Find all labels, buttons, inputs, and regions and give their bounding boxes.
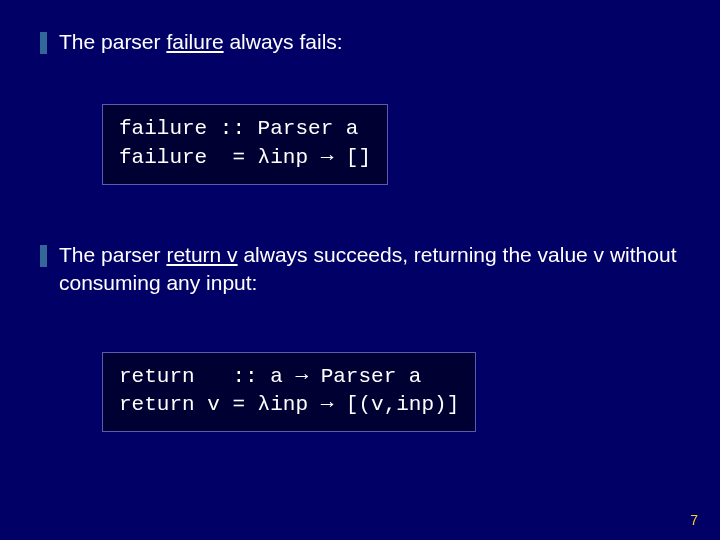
bullet-icon <box>40 245 47 267</box>
bullet-item-return: The parser return v always succeeds, ret… <box>40 241 680 432</box>
bullet-icon <box>40 32 47 54</box>
code-line: return v = λinp → [(v,inp)] <box>119 393 459 416</box>
bullet-text: The parser failure always fails: <box>59 28 680 56</box>
text-underlined: failure <box>166 30 223 53</box>
page-number: 7 <box>690 512 698 528</box>
code-line: return :: a → Parser a <box>119 365 421 388</box>
bullet-line: The parser failure always fails: <box>40 28 680 56</box>
code-wrapper: failure :: Parser a failure = λinp → [] <box>102 104 680 185</box>
bullet-item-failure: The parser failure always fails: failure… <box>40 28 680 185</box>
code-line: failure = λinp → [] <box>119 146 371 169</box>
code-wrapper: return :: a → Parser a return v = λinp →… <box>102 352 680 433</box>
text-pre: The parser <box>59 30 166 53</box>
bullet-text: The parser return v always succeeds, ret… <box>59 241 680 298</box>
code-box-failure: failure :: Parser a failure = λinp → [] <box>102 104 388 185</box>
code-line: failure :: Parser a <box>119 117 358 140</box>
text-post: always fails: <box>224 30 343 53</box>
text-underlined: return v <box>166 243 237 266</box>
text-pre: The parser <box>59 243 166 266</box>
code-box-return: return :: a → Parser a return v = λinp →… <box>102 352 476 433</box>
bullet-line: The parser return v always succeeds, ret… <box>40 241 680 298</box>
